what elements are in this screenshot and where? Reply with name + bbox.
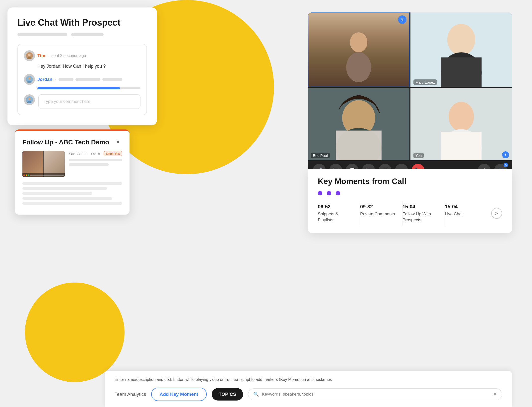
meta-lines [69, 159, 122, 166]
follow-up-content: Sam Jones 09:18 Deal Risk [22, 151, 122, 177]
jordan-user-row: Jordan · [24, 74, 140, 85]
jordan-avatar [24, 74, 35, 85]
close-button[interactable]: × [114, 138, 122, 146]
key-moments-section: Key Moments from Call 06:52 Snippets & P… [308, 169, 512, 233]
meta-line-2 [69, 163, 109, 166]
video-controls-bar [22, 173, 65, 177]
comment-row: Type your comment here. [24, 94, 140, 109]
placeholder-lines [17, 33, 147, 36]
km-arrow-next[interactable]: > [491, 208, 502, 219]
km-item-3: 15:04 Follow Up With Prospects [402, 201, 445, 226]
meta-time: 09:18 [91, 152, 100, 156]
km-label-1: Snippets & Playlists [318, 211, 355, 223]
km-dot-1 [318, 191, 322, 195]
bottom-bar-controls: Team Analytics Add Key Moment TOPICS 🔍 ✕ [115, 388, 502, 401]
eric-paul-name: Eric Paul [311, 153, 330, 158]
chat-inner: Tim · sent 2 seconds ago Hey Jordan! How… [17, 44, 147, 115]
tim-avatar [24, 50, 35, 61]
bottom-bar: Enter name/description and click button … [105, 371, 512, 407]
key-moments-title: Key Moments from Call [318, 177, 502, 186]
fu-line-4 [22, 197, 112, 200]
marc-lopez-name: Marc Lopez [413, 79, 437, 85]
add-key-moment-button[interactable]: Add Key Moment [151, 388, 207, 401]
tim-user-row: Tim · sent 2 seconds ago [24, 50, 140, 61]
fu-line-5 [22, 202, 122, 205]
km-item-1: 06:52 Snippets & Playlists [318, 201, 360, 226]
dot-sep-2: · [55, 77, 56, 82]
svg-rect-18 [336, 131, 382, 161]
live-chat-card: Live Chat With Prospect Tim · sent 2 sec… [7, 7, 157, 125]
typing-progress [37, 87, 140, 89]
follow-up-header: Follow Up - ABC Tech Demo × [22, 138, 122, 146]
video-progress-bar [30, 175, 64, 176]
km-time-2: 09:32 [360, 204, 397, 210]
video-thumb-inner [22, 151, 65, 177]
vc-dot-red [23, 174, 25, 176]
vc-dot-yellow [26, 174, 27, 176]
fu-line-1 [22, 182, 122, 185]
follow-up-meta: Sam Jones 09:18 Deal Risk [69, 151, 122, 177]
search-icon: 🔍 [253, 392, 259, 397]
tim-name: Tim [37, 53, 45, 58]
fu-line-3 [22, 192, 92, 195]
live-chat-title: Live Chat With Prospect [17, 17, 147, 28]
km-dot-2 [327, 191, 331, 195]
svg-rect-22 [441, 132, 481, 160]
video-cell-1: 🎙 [308, 12, 409, 87]
svg-point-12 [447, 24, 475, 55]
svg-point-9 [350, 32, 367, 52]
km-item-4: 15:04 Live Chat [445, 201, 487, 226]
typing-progress-fill [37, 87, 120, 89]
km-item-2: 09:32 Private Comments [360, 201, 402, 226]
vc-dot-green [28, 174, 29, 176]
commenter-avatar [24, 94, 35, 105]
km-items: 06:52 Snippets & Playlists 09:32 Private… [318, 201, 487, 226]
km-dot-3 [336, 191, 340, 195]
km-dots [318, 191, 502, 195]
yellow-blob-bottom [25, 283, 125, 382]
km-nav: > [487, 201, 502, 226]
km-label-2: Private Comments [360, 211, 397, 217]
km-label-3: Follow Up With Prospects [402, 211, 440, 223]
placeholder-line-1 [17, 33, 67, 36]
dot-sep-1: · [48, 53, 49, 58]
bottom-bar-instruction: Enter name/description and click button … [115, 377, 502, 383]
svg-rect-14 [441, 58, 481, 87]
tim-sent-time: sent 2 seconds ago [52, 54, 86, 58]
comment-input[interactable]: Type your comment here. [38, 94, 140, 109]
video-cell-3: Eric Paul [308, 88, 409, 160]
video-call-area: 🎙 Marc Lopez [308, 12, 512, 180]
search-clear-icon[interactable]: ✕ [493, 392, 497, 397]
search-box[interactable]: 🔍 ✕ [248, 388, 502, 400]
fu-line-2 [22, 187, 107, 190]
km-time-4: 15:04 [445, 204, 487, 210]
team-analytics-label: Team Analytics [115, 392, 146, 397]
svg-point-1 [28, 54, 31, 56]
follow-up-title: Follow Up - ABC Tech Demo [22, 138, 109, 146]
participants-count: 5 [504, 163, 508, 167]
video-grid: 🎙 Marc Lopez [308, 12, 512, 160]
meta-line-1 [69, 159, 122, 161]
follow-up-lines [22, 182, 122, 205]
tim-message-text: Hey Jordan! How Can I help you ? [37, 64, 140, 69]
you-name: You [413, 153, 424, 158]
svg-point-10 [346, 52, 371, 82]
video-cell-2: Marc Lopez [410, 12, 512, 87]
video-cell-4: You 5 [410, 88, 512, 160]
meta-badge: Deal Risk [104, 151, 122, 156]
follow-up-card: Follow Up - ABC Tech Demo × Sam Jon [15, 129, 130, 215]
typing-lines [37, 87, 140, 89]
mic-indicator-1: 🎙 [398, 15, 406, 24]
svg-point-7 [28, 98, 31, 100]
jordan-name: Jordan [37, 77, 52, 82]
search-input[interactable] [262, 392, 490, 397]
meta-row: Sam Jones 09:18 Deal Risk [69, 151, 122, 156]
svg-point-4 [28, 77, 31, 80]
km-time-1: 06:52 [318, 204, 355, 210]
video-thumbnail [22, 151, 65, 177]
meta-name: Sam Jones [69, 152, 87, 156]
km-label-4: Live Chat [445, 211, 487, 217]
topics-button[interactable]: TOPICS [212, 388, 243, 401]
svg-point-20 [449, 102, 474, 131]
km-time-3: 15:04 [402, 204, 440, 210]
